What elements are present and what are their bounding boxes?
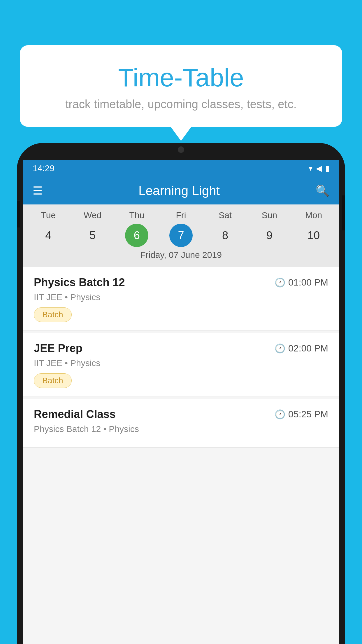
class-subject-2: IIT JEE • Physics (34, 358, 328, 368)
signal-icon: ◀ (316, 164, 322, 173)
day-4[interactable]: 4 (37, 224, 60, 247)
side-button-right (342, 195, 345, 230)
class-name-1: Physics Batch 12 (34, 276, 125, 289)
class-subject-1: IIT JEE • Physics (34, 292, 328, 302)
clock-icon-3: 🕐 (275, 409, 285, 419)
day-7-selected[interactable]: 7 (169, 224, 193, 247)
class-row-top-2: JEE Prep 🕐 02:00 PM (34, 342, 328, 355)
side-button-left (17, 201, 20, 228)
class-item-remedial[interactable]: Remedial Class 🕐 05:25 PM Physics Batch … (23, 399, 339, 448)
day-label-tue: Tue (37, 210, 60, 220)
day-label-sat: Sat (214, 210, 237, 220)
class-subject-3: Physics Batch 12 • Physics (34, 424, 328, 434)
class-time-text-3: 05:25 PM (288, 409, 328, 420)
class-row-top-1: Physics Batch 12 🕐 01:00 PM (34, 276, 328, 289)
day-8[interactable]: 8 (214, 224, 237, 247)
class-time-text-2: 02:00 PM (288, 343, 328, 354)
app-bar-title: Learning Light (52, 183, 306, 198)
phone-notch (164, 143, 198, 155)
day-6-today[interactable]: 6 (125, 224, 148, 247)
phone-mockup: 14:29 ▾ ◀ ▮ ☰ Learning Light 🔍 Tue Wed T… (17, 143, 345, 644)
battery-icon: ▮ (325, 164, 329, 173)
batch-badge-2: Batch (34, 373, 72, 388)
class-list: Physics Batch 12 🕐 01:00 PM IIT JEE • Ph… (23, 267, 339, 450)
day-9[interactable]: 9 (258, 224, 281, 247)
status-bar: 14:29 ▾ ◀ ▮ (23, 160, 339, 177)
day-label-thu: Thu (125, 210, 148, 220)
app-bar: ☰ Learning Light 🔍 (23, 177, 339, 204)
class-item-jee-prep[interactable]: JEE Prep 🕐 02:00 PM IIT JEE • Physics Ba… (23, 333, 339, 396)
search-icon[interactable]: 🔍 (316, 184, 329, 197)
class-time-3: 🕐 05:25 PM (275, 409, 328, 420)
selected-date-label: Friday, 07 June 2019 (23, 247, 339, 264)
batch-badge-1: Batch (34, 307, 72, 322)
clock-icon-1: 🕐 (275, 277, 285, 288)
day-10[interactable]: 10 (302, 224, 325, 247)
hamburger-icon[interactable]: ☰ (33, 184, 43, 197)
clock-icon-2: 🕐 (275, 343, 285, 354)
class-time-text-1: 01:00 PM (288, 277, 328, 288)
day-label-mon: Mon (302, 210, 325, 220)
day-labels: Tue Wed Thu Fri Sat Sun Mon (23, 210, 339, 220)
day-5[interactable]: 5 (81, 224, 104, 247)
tooltip-title: Time-Table (34, 63, 328, 92)
day-label-wed: Wed (81, 210, 104, 220)
tooltip-subtitle: track timetable, upcoming classes, tests… (34, 98, 328, 111)
class-name-3: Remedial Class (34, 408, 116, 421)
class-row-top-3: Remedial Class 🕐 05:25 PM (34, 408, 328, 421)
class-item-physics-batch-12[interactable]: Physics Batch 12 🕐 01:00 PM IIT JEE • Ph… (23, 267, 339, 330)
class-time-1: 🕐 01:00 PM (275, 277, 328, 288)
class-time-2: 🕐 02:00 PM (275, 343, 328, 354)
tooltip-card: Time-Table track timetable, upcoming cla… (20, 45, 342, 127)
phone-camera (178, 146, 184, 153)
day-label-sun: Sun (258, 210, 281, 220)
day-numbers: 4 5 6 7 8 9 10 (23, 224, 339, 247)
phone-screen: 14:29 ▾ ◀ ▮ ☰ Learning Light 🔍 Tue Wed T… (23, 160, 339, 644)
status-time: 14:29 (33, 163, 55, 173)
class-name-2: JEE Prep (34, 342, 82, 355)
day-label-fri: Fri (169, 210, 193, 220)
wifi-icon: ▾ (309, 164, 312, 173)
calendar-strip: Tue Wed Thu Fri Sat Sun Mon 4 5 6 7 8 9 … (23, 204, 339, 267)
status-icons: ▾ ◀ ▮ (309, 164, 329, 173)
